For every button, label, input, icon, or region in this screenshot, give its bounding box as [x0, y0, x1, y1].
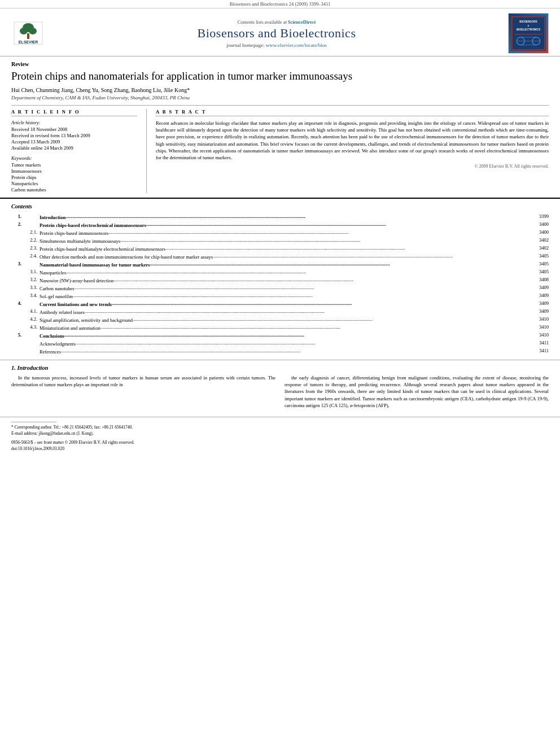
keywords-label: Keywords: — [11, 155, 137, 161]
issn-line: 0956-5663/$ – see front matter © 2009 El… — [11, 440, 549, 446]
contents-dots: ........................................… — [150, 261, 390, 267]
footer-divider — [11, 422, 56, 422]
copyright-line: © 2009 Elsevier B.V. All rights reserved… — [156, 164, 549, 169]
contents-entry-title: Nanoparticles ..........................… — [40, 268, 526, 276]
contents-entry-page: 3409 — [526, 300, 549, 308]
contents-dots: ........................................… — [120, 237, 360, 243]
contents-row: 5.Conclusions ..........................… — [11, 331, 549, 339]
received-revised: Received in revised form 13 March 2009 — [11, 133, 137, 138]
email-line: E-mail address: jlkong@fudan.edu.cn (J. … — [11, 431, 549, 437]
issn-text: 0956-5663/$ – see front matter © 2009 El… — [11, 440, 134, 445]
contents-entry-title: Miniaturization and automation .........… — [40, 324, 526, 331]
contents-row: 3.4.Sol–gel nanofilm ...................… — [11, 292, 549, 300]
contents-dots: ........................................… — [100, 324, 340, 330]
email-value: jlkong@fudan.edu.cn (J. Kong). — [39, 431, 94, 436]
article-info-section: A R T I C L E I N F O Article history: R… — [11, 105, 549, 193]
contents-entry-title: References .............................… — [40, 347, 526, 355]
article-info-right: A B S T R A C T Recent advances in molec… — [147, 109, 549, 193]
contents-dots: ........................................… — [113, 277, 353, 282]
contents-available-text: Contents lists available at — [238, 19, 287, 25]
body-col-left: In the tumorous process, increased level… — [11, 374, 275, 413]
received-date: Received 18 November 2008 — [11, 126, 137, 132]
contents-entry-title: Protein chips-based multianalyte electro… — [40, 244, 526, 252]
contents-row: Acknowledgments ........................… — [11, 339, 549, 347]
contents-entry-page: 3409 — [526, 284, 549, 292]
contents-entry-num — [11, 276, 23, 284]
contents-entry-title: Protein chips-based immunosensors ......… — [40, 229, 526, 237]
contents-row: 3.3.Carbon nanotubes ...................… — [11, 284, 549, 292]
contents-entry-subnum — [23, 221, 40, 229]
contents-entry-subnum: 4.3. — [23, 324, 40, 331]
abstract-text: Recent advances in molecular biology elu… — [156, 120, 549, 161]
contents-entry-page: 3399 — [526, 213, 549, 221]
svg-text:BIOELECTRONICS: BIOELECTRONICS — [517, 28, 540, 31]
contents-entry-page: 3402 — [526, 244, 549, 252]
article-authors: Hui Chen, Chunming Jiang, Cheng Yu, Song… — [11, 87, 549, 93]
homepage-label: journal homepage: — [226, 42, 264, 48]
contents-entry-title: Sol–gel nanofilm .......................… — [40, 292, 526, 300]
keyword-3: Protein chips — [11, 174, 137, 180]
contents-entry-title: Nanomaterial-based immunoassay for tumor… — [40, 260, 526, 268]
contents-entry-page: 3405 — [526, 260, 549, 268]
footer-footnote: * Corresponding author. Tel.: +86 21 656… — [11, 425, 549, 452]
intro-para2-right: the early diagnosis of cancer, different… — [285, 374, 549, 409]
contents-dots: ........................................… — [64, 332, 304, 338]
journal-ref-text: Biosensors and Bioelectronics 24 (2009) … — [230, 1, 330, 7]
contents-row: 4.3.Miniaturization and automation .....… — [11, 324, 549, 331]
journal-ref-bar: Biosensors and Bioelectronics 24 (2009) … — [0, 0, 560, 8]
contents-entry-num — [11, 292, 23, 300]
article-affiliation: Department of Chemistry, CAM & IAS, Fuda… — [11, 95, 549, 101]
svg-text:ELSEVIER: ELSEVIER — [19, 40, 38, 44]
contents-row: 3.1.Nanoparticles ......................… — [11, 268, 549, 276]
contents-entry-subnum: 2.2. — [23, 237, 40, 244]
contents-entry-title: Simultaneous multianalyte immunoassays .… — [40, 237, 526, 244]
science-direct-link[interactable]: ScienceDirect — [288, 19, 316, 25]
contents-entry-num: 2. — [11, 221, 23, 229]
contents-entry-title: Carbon nanotubes .......................… — [40, 284, 526, 292]
contents-dots: ........................................… — [61, 348, 301, 353]
journal-title: Biosensors and Bioelectronics — [45, 26, 508, 41]
contents-dots: ........................................… — [73, 292, 313, 298]
contents-entry-title: Nanowire (NW)-array-based detection ....… — [40, 276, 526, 284]
body-columns: In the tumorous process, increased level… — [0, 374, 560, 413]
body-col-right: the early diagnosis of cancer, different… — [285, 374, 549, 413]
footnote-star: * Corresponding author. Tel.: +86 21 656… — [11, 425, 549, 431]
contents-row: 2.4.Other detection methods and non-immu… — [11, 252, 549, 260]
contents-entry-subnum: 4.1. — [23, 308, 40, 316]
contents-row: 2.1.Protein chips-based immunosensors ..… — [11, 229, 549, 237]
contents-dots: ........................................… — [65, 213, 305, 219]
homepage-url[interactable]: www.elsevier.com/locate/bios — [266, 42, 327, 48]
contents-entry-title: Signal amplification, sensitivity and ba… — [40, 316, 526, 324]
journal-cover-image: BIOSENSORS & BIOELECTRONICS — [508, 13, 549, 54]
contents-entry-title: Introduction ...........................… — [40, 213, 526, 221]
keywords-section: Keywords: Tumor markers Immunosensors Pr… — [11, 155, 137, 193]
contents-entry-page: 3410 — [526, 324, 549, 331]
accepted-date: Accepted 13 March 2009 — [11, 139, 137, 145]
contents-dots: ........................................… — [133, 316, 373, 322]
contents-entry-page: 3410 — [526, 316, 549, 324]
contents-entry-title: Conclusions ............................… — [40, 331, 526, 339]
contents-entry-subnum — [23, 331, 40, 339]
contents-row: 1.Introduction .........................… — [11, 213, 549, 221]
journal-center: Contents lists available at ScienceDirec… — [45, 19, 508, 48]
article-section: Review Protein chips and nanomaterials f… — [0, 56, 560, 199]
contents-dots: ........................................… — [85, 308, 325, 314]
contents-row: 4.1.Antibody related issues ............… — [11, 308, 549, 316]
contents-entry-num: 5. — [11, 331, 23, 339]
contents-dots: ........................................… — [108, 229, 348, 235]
page-wrapper: Biosensors and Bioelectronics 24 (2009) … — [0, 0, 560, 454]
contents-entry-num — [11, 339, 23, 347]
contents-entry-num — [11, 244, 23, 252]
journal-homepage-line: journal homepage: www.elsevier.com/locat… — [45, 42, 508, 48]
contents-row: 2.3.Protein chips-based multianalyte ele… — [11, 244, 549, 252]
contents-section: Contents 1.Introduction ................… — [0, 199, 560, 360]
svg-text:BIOSENSORS: BIOSENSORS — [519, 20, 537, 23]
contents-entry-subnum: 3.3. — [23, 284, 40, 292]
contents-entry-title: Antibody related issues ................… — [40, 308, 526, 316]
science-direct-line: Contents lists available at ScienceDirec… — [45, 19, 508, 25]
doi-line: doi:10.1016/j.bios.2009.03.020 — [11, 446, 549, 452]
contents-entry-subnum: 4.2. — [23, 316, 40, 324]
contents-dots: ........................................… — [112, 300, 352, 306]
contents-entry-num — [11, 252, 23, 260]
elsevier-logo: ELSEVIER — [11, 21, 45, 46]
